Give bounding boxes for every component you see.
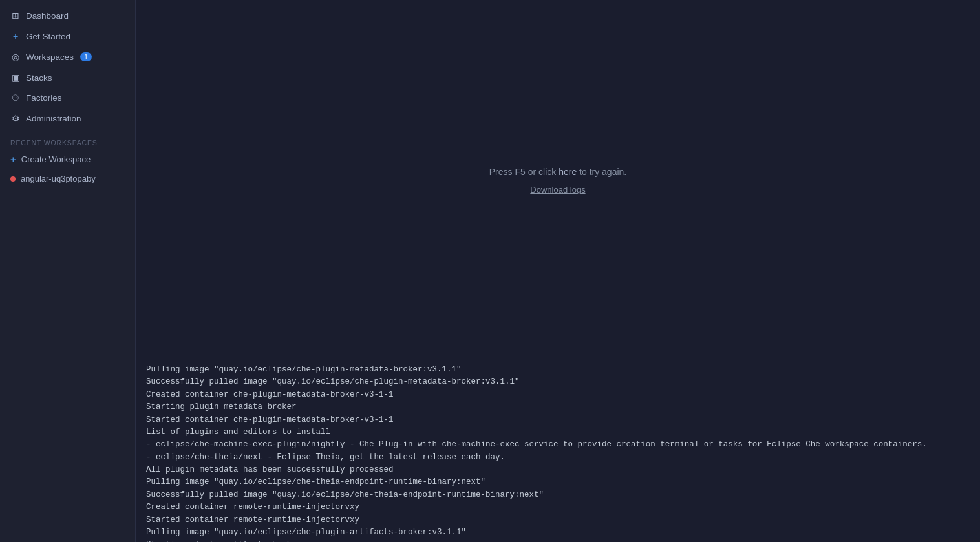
log-line: Starting plugin metadata broker <box>146 401 970 413</box>
log-line: Successfully pulled image "quay.io/eclip… <box>146 489 970 501</box>
sidebar-item-create-workspace[interactable]: + Create Workspace <box>0 149 135 169</box>
log-line: - eclipse/che-theia/next - Eclipse Theia… <box>146 452 970 464</box>
sidebar-item-label: Get Started <box>26 32 70 41</box>
terminal-log: Pulling image "quay.io/eclipse/che-plugi… <box>136 361 980 542</box>
stacks-icon: ▣ <box>10 72 21 83</box>
press-f5-text: Press F5 or click <box>489 167 556 177</box>
log-line: Pulling image "quay.io/eclipse/che-theia… <box>146 476 970 488</box>
recent-workspaces-section: RECENT WORKSPACES <box>0 129 135 149</box>
main-content: Press F5 or click here to try again. Dow… <box>136 0 980 542</box>
log-line: Pulling image "quay.io/eclipse/che-plugi… <box>146 526 970 539</box>
sidebar-item-dashboard[interactable]: ⊞ Dashboard <box>0 5 135 26</box>
log-line: Pulling image "quay.io/eclipse/che-plugi… <box>146 364 970 376</box>
download-logs-link[interactable]: Download logs <box>530 185 585 194</box>
sidebar-item-administration[interactable]: ⚙ Administration <box>0 108 135 129</box>
sidebar: ⊞ Dashboard + Get Started ◎ Workspaces 1… <box>0 0 136 542</box>
sidebar-item-workspaces[interactable]: ◎ Workspaces 1 <box>0 47 135 67</box>
workspaces-badge: 1 <box>80 52 92 61</box>
log-line: Starting plugin artifacts broker <box>146 539 970 542</box>
workspaces-icon: ◎ <box>10 52 21 62</box>
sidebar-item-label: Stacks <box>26 73 52 83</box>
factories-icon: ⚇ <box>10 93 21 103</box>
try-again-text: to try again. <box>579 167 626 177</box>
dashboard-icon: ⊞ <box>10 10 21 21</box>
sidebar-item-label: Workspaces <box>26 52 74 62</box>
sidebar-item-label: Factories <box>26 93 62 103</box>
sidebar-item-factories[interactable]: ⚇ Factories <box>0 88 135 108</box>
sidebar-item-stacks[interactable]: ▣ Stacks <box>0 67 135 88</box>
press-f5-message: Press F5 or click here to try again. <box>489 167 626 177</box>
recent-workspace-label: angular-uq3ptopaby <box>21 174 96 183</box>
sidebar-item-get-started[interactable]: + Get Started <box>0 26 135 47</box>
log-line: All plugin metadata has been successfull… <box>146 464 970 476</box>
log-line: - eclipse/che-machine-exec-plugin/nightl… <box>146 439 970 451</box>
log-line: Successfully pulled image "quay.io/eclip… <box>146 376 970 388</box>
sidebar-item-label: Dashboard <box>26 11 69 21</box>
top-section: Press F5 or click here to try again. Dow… <box>136 0 980 361</box>
create-workspace-label: Create Workspace <box>21 154 91 164</box>
here-link[interactable]: here <box>559 167 577 177</box>
workspace-status-dot <box>10 176 16 182</box>
create-workspace-plus-icon: + <box>10 154 16 165</box>
log-line: Started container che-plugin-metadata-br… <box>146 414 970 426</box>
sidebar-item-recent-workspace[interactable]: angular-uq3ptopaby <box>0 169 135 188</box>
log-line: Started container remote-runtime-injecto… <box>146 514 970 526</box>
log-line: Created container remote-runtime-injecto… <box>146 501 970 514</box>
log-line: Created container che-plugin-metadata-br… <box>146 389 970 401</box>
gear-icon: ⚙ <box>10 113 21 123</box>
log-line: List of plugins and editors to install <box>146 426 970 439</box>
plus-icon: + <box>10 31 21 41</box>
sidebar-item-label: Administration <box>26 114 81 123</box>
